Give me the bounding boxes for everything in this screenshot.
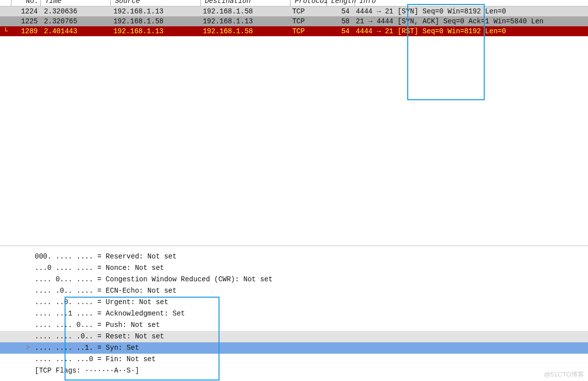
col-info[interactable]: Info (355, 0, 588, 6)
packet-list-header: No. Time Source Destination Protocol Len… (0, 0, 588, 6)
col-protocol[interactable]: Protocol (291, 0, 327, 6)
flag-line[interactable]: .... 0... .... = Congestion Window Reduc… (0, 274, 588, 285)
flag-line[interactable]: .... .... 0... = Push: Not set (0, 319, 588, 331)
col-mark[interactable] (0, 0, 11, 6)
flag-line[interactable]: .... .... .0.. = Reset: Not set (0, 331, 588, 342)
flag-line[interactable]: .... .... ...0 = Fin: Not set (0, 354, 588, 365)
packet-row[interactable]: └1289 2.401443 192.168.1.13 192.168.1.58… (0, 26, 588, 36)
watermark: @51CTO博客 (544, 370, 584, 379)
flag-line[interactable]: .... ...1 .... = Acknowledgment: Set (0, 308, 588, 319)
packet-list-pane[interactable]: No. Time Source Destination Protocol Len… (0, 0, 588, 246)
flag-line[interactable]: ...0 .... .... = Nonce: Not set (0, 262, 588, 274)
col-destination[interactable]: Destination (201, 0, 291, 6)
flag-line[interactable]: .... .... ..1. = Syn: Set> (0, 342, 588, 354)
expand-arrow-icon[interactable]: > (26, 342, 30, 354)
col-time[interactable]: Time (41, 0, 111, 6)
flag-line[interactable]: .... ..0. .... = Urgent: Not set (0, 297, 588, 308)
col-no[interactable]: No. (11, 0, 41, 6)
flag-line[interactable]: [TCP Flags: ·······A··S·] (0, 365, 588, 377)
packet-details-pane[interactable]: 000. .... .... = Reserved: Not set...0 .… (0, 246, 588, 381)
col-source[interactable]: Source (111, 0, 201, 6)
col-length[interactable]: Length (327, 0, 355, 6)
packet-rows: 1224 2.320636 192.168.1.13 192.168.1.58 … (0, 6, 588, 36)
flag-line[interactable]: 000. .... .... = Reserved: Not set (0, 251, 588, 262)
flag-line[interactable]: .... .0.. .... = ECN-Echo: Not set (0, 285, 588, 297)
packet-row[interactable]: 1225 2.320765 192.168.1.58 192.168.1.13 … (0, 16, 588, 26)
packet-row[interactable]: 1224 2.320636 192.168.1.13 192.168.1.58 … (0, 6, 588, 16)
